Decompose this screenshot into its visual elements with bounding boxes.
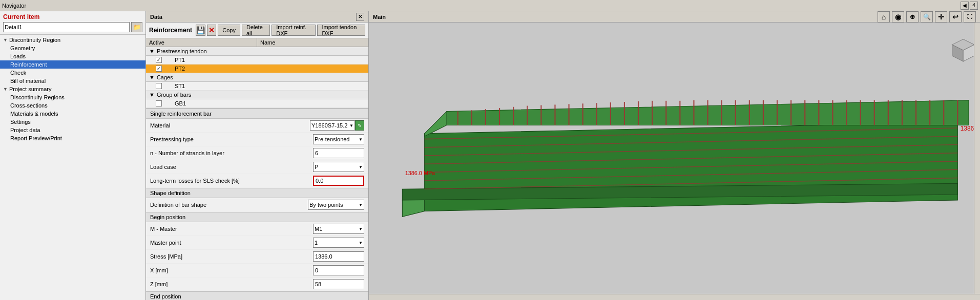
n-strands-row: n - Number of strands in layer — [146, 146, 368, 160]
tree-item-report-preview[interactable]: Report Preview/Print — [0, 134, 145, 142]
master-point-begin-select[interactable]: 1 — [313, 238, 364, 248]
tree-item-geometry[interactable]: Geometry — [0, 44, 145, 52]
material-select[interactable]: Y1860S7-15.2 — [310, 120, 355, 131]
pt2-row[interactable]: ✓ PT2 — [146, 65, 368, 73]
discontinuity-region-label: Discontinuity Region — [9, 37, 60, 43]
data-panel-title: Data — [150, 14, 162, 20]
current-item-row: Detail1 📁 — [3, 22, 142, 32]
navigator-bar: Navigator ◀ 4 — [0, 0, 980, 11]
main-viewport-title: Main — [373, 14, 386, 20]
delete-icon-button[interactable]: ✕ — [207, 25, 216, 36]
st1-checkbox[interactable] — [156, 83, 162, 89]
long-term-losses-input[interactable] — [313, 176, 364, 186]
tree-item-bill-of-material[interactable]: Bill of material — [0, 77, 145, 85]
current-item-section: Current item Detail1 📁 — [0, 11, 145, 35]
current-item-label: Current item — [3, 13, 142, 20]
pt1-row[interactable]: ✓ PT1 — [146, 56, 368, 65]
triangle-down-icon-2: ▼ — [3, 87, 8, 92]
load-case-select[interactable]: P — [313, 162, 364, 172]
undo-icon: ↩ — [952, 13, 958, 21]
current-item-select[interactable]: Detail1 — [3, 22, 130, 32]
fullscreen-button[interactable]: ⛶ — [964, 11, 976, 23]
tree-item-loads[interactable]: Loads — [0, 52, 145, 60]
data-panel-close[interactable]: ✕ — [356, 13, 364, 21]
tree-area: ▼ Discontinuity Region Geometry Loads Re… — [0, 35, 145, 300]
z-begin-row: Z [mm] — [146, 277, 368, 291]
settings-label: Settings — [10, 119, 31, 125]
tree-item-discontinuity-regions[interactable]: Discontinuity Regions — [0, 93, 145, 101]
data-toolbar: Reinforcement 💾 ✕ Copy Delete all Import… — [146, 23, 368, 38]
delete-all-button[interactable]: Delete all — [242, 25, 270, 36]
home-view-button[interactable]: ⌂ — [878, 11, 890, 23]
master-begin-select[interactable]: M1 — [313, 224, 364, 234]
group-of-bars-triangle: ▼ — [149, 92, 155, 98]
report-preview-label: Report Preview/Print — [10, 135, 62, 141]
material-edit-button[interactable]: ✎ — [355, 120, 364, 131]
col-name: Name — [257, 38, 368, 47]
material-label: Material — [150, 122, 310, 128]
prestressing-tendon-label: Prestressing tendon — [157, 48, 207, 54]
zoom-in-button[interactable]: 🔍 — [921, 11, 933, 23]
gb1-checkbox[interactable] — [156, 100, 162, 106]
tree-item-settings[interactable]: Settings — [0, 118, 145, 126]
def-bar-shape-row: Definition of bar shape By two points — [146, 198, 368, 212]
viewport-toolbar: ⌂ ◉ ⊕ 🔍 ✛ ↩ — [878, 11, 976, 23]
project-summary-header[interactable]: ▼ Project summary — [0, 85, 145, 93]
pan-icon: ✛ — [938, 13, 944, 21]
reinforcement-toolbar-label: Reinforcement — [149, 27, 192, 34]
unpin-button[interactable]: 4 — [970, 2, 978, 10]
prestressing-tendon-group[interactable]: ▼ Prestressing tendon — [146, 47, 368, 56]
horizontal-scrollbar[interactable] — [369, 294, 980, 300]
st1-row[interactable]: ST1 — [146, 82, 368, 91]
viewport-canvas[interactable]: 1386.0 MPa 1386.0 MPa — [369, 23, 980, 300]
single-bar-section: Single reinforcement bar — [146, 109, 368, 119]
def-bar-shape-label: Definition of bar shape — [150, 202, 308, 208]
form-area: Single reinforcement bar Material Y1860S… — [146, 109, 368, 300]
eye-view-button[interactable]: ◉ — [892, 11, 904, 23]
tree-item-reinforcement[interactable]: Reinforcement — [0, 60, 145, 69]
def-bar-shape-select[interactable]: By two points — [308, 200, 364, 210]
end-position-section: End position — [146, 291, 368, 300]
zoom-fit-icon: ⊕ — [910, 13, 915, 20]
z-begin-input[interactable] — [313, 279, 364, 289]
gb1-row[interactable]: GB1 — [146, 99, 368, 108]
discontinuity-region-header[interactable]: ▼ Discontinuity Region — [0, 36, 145, 44]
x-begin-input[interactable] — [313, 265, 364, 275]
zoom-fit-button[interactable]: ⊕ — [906, 11, 919, 23]
stress-begin-input[interactable] — [313, 251, 364, 262]
prestressing-type-label: Prestressing type — [150, 136, 313, 142]
app-container: Navigator ◀ 4 Current item Detail1 📁 — [0, 0, 980, 300]
navigator-title: Navigator — [2, 3, 26, 9]
prestressing-tendon-triangle: ▼ — [149, 48, 155, 54]
pan-button[interactable]: ✛ — [935, 11, 947, 23]
loads-label: Loads — [10, 53, 26, 59]
undo-button[interactable]: ↩ — [949, 11, 962, 23]
data-panel-header: Data ✕ — [146, 11, 368, 23]
material-row: Material Y1860S7-15.2 ✎ — [146, 119, 368, 133]
reinforcement-tree-table: Active Name ▼ Prestressing tendon ✓ PT1 — [146, 38, 368, 109]
import-tendon-button[interactable]: Import tendon DXF — [317, 25, 365, 36]
cages-label: Cages — [157, 74, 173, 80]
pt1-active-cell: ✓ — [146, 56, 172, 64]
copy-button[interactable]: Copy — [218, 25, 240, 36]
tree-item-check[interactable]: Check — [0, 69, 145, 77]
prestressing-type-select[interactable]: Pre-tensioned — [313, 134, 364, 144]
tree-item-cross-sections[interactable]: Cross-sections — [0, 101, 145, 110]
master-begin-label: M - Master — [150, 226, 313, 232]
group-of-bars-group[interactable]: ▼ Group of bars — [146, 91, 368, 99]
save-icon-button[interactable]: 💾 — [196, 25, 205, 36]
data-panel: Data ✕ Reinforcement 💾 ✕ Copy Delete all… — [146, 11, 369, 300]
navigator-pin-area: ◀ 4 — [961, 2, 978, 10]
n-strands-input[interactable] — [313, 148, 364, 158]
st1-name-cell: ST1 — [172, 82, 188, 90]
import-reinf-button[interactable]: Import reinf. DXF — [272, 25, 316, 36]
cages-group[interactable]: ▼ Cages — [146, 73, 368, 82]
folder-button[interactable]: 📁 — [131, 22, 142, 32]
n-strands-label: n - Number of strands in layer — [150, 150, 313, 156]
pt2-checkbox[interactable]: ✓ — [156, 66, 162, 72]
pin-button[interactable]: ◀ — [961, 2, 969, 10]
tree-item-project-data[interactable]: Project data — [0, 126, 145, 134]
tree-item-materials-models[interactable]: Materials & models — [0, 110, 145, 118]
vertical-scrollbar[interactable] — [974, 23, 980, 294]
pt1-checkbox[interactable]: ✓ — [156, 57, 162, 63]
